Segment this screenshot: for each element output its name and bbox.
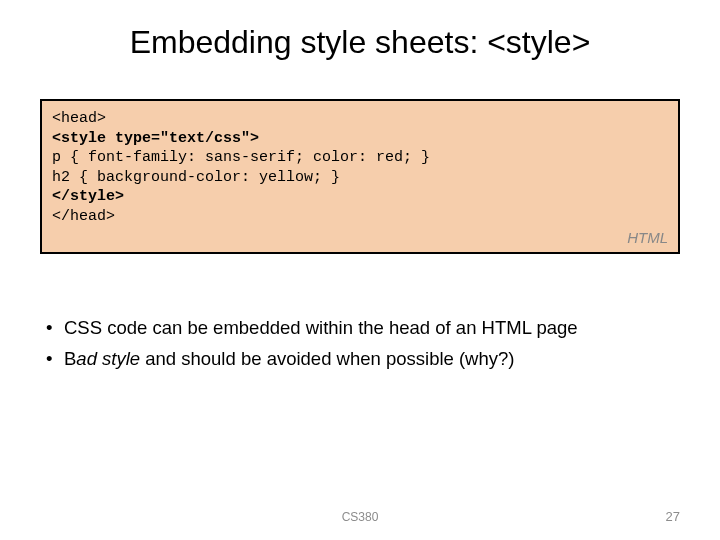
bullet-2-prefix: B: [64, 348, 76, 369]
bullet-list: CSS code can be embedded within the head…: [46, 314, 680, 374]
code-line-4: h2 { background-color: yellow; }: [52, 168, 668, 188]
bullet-2-rest: and should be avoided when possible (why…: [140, 348, 514, 369]
slide-container: Embedding style sheets: <style> <head> <…: [0, 0, 720, 540]
code-line-5: </style>: [52, 187, 668, 207]
slide-title: Embedding style sheets: <style>: [40, 24, 680, 61]
code-line-3: p { font-family: sans-serif; color: red;…: [52, 148, 668, 168]
code-example-box: <head> <style type="text/css"> p { font-…: [40, 99, 680, 254]
bullet-2-italic: ad style: [76, 348, 140, 369]
footer-page-number: 27: [666, 509, 680, 524]
bullet-item-1: CSS code can be embedded within the head…: [46, 314, 680, 342]
code-line-6: </head>: [52, 207, 668, 227]
bullet-item-2: Bad style and should be avoided when pos…: [46, 345, 680, 373]
code-line-2: <style type="text/css">: [52, 129, 668, 149]
code-line-1: <head>: [52, 109, 668, 129]
footer-course: CS380: [0, 510, 720, 524]
code-language-label: HTML: [52, 228, 668, 248]
